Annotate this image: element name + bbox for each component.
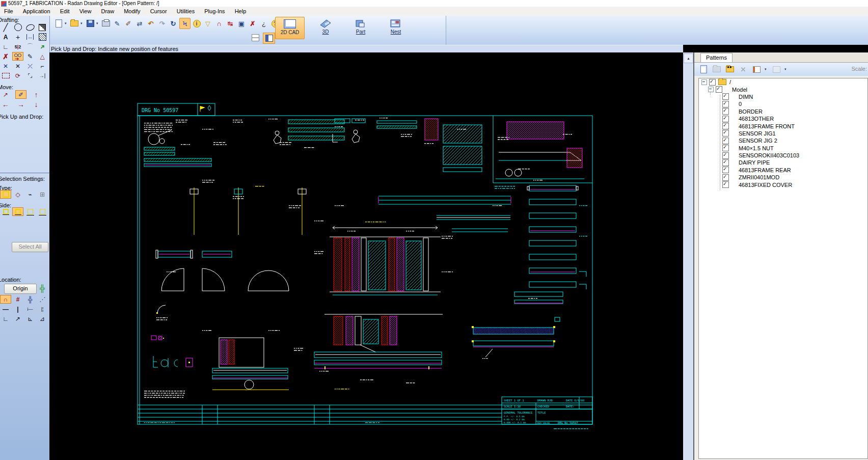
tree-item-zmrii0401mod[interactable]: ZMRII0401MOD: [699, 174, 867, 181]
loc-snap-magnet-icon[interactable]: ∩: [0, 295, 11, 304]
circle-tool-icon[interactable]: [12, 23, 23, 32]
number-tool-icon[interactable]: 5|2: [12, 42, 23, 51]
single-view-toggle[interactable]: [263, 33, 275, 44]
loc-axes-icon[interactable]: ∟: [0, 314, 11, 323]
mode-part-button[interactable]: Part: [346, 17, 375, 38]
open-pattern-icon[interactable]: [712, 64, 722, 74]
tree-item-m40-nut[interactable]: M40×1.5 NUT: [699, 145, 867, 152]
loc-horizontal-icon[interactable]: —: [0, 305, 11, 313]
tree-item-sensorok[interactable]: SENSOROKII403C0103: [699, 152, 867, 159]
info-icon[interactable]: i: [192, 18, 202, 29]
delete-dimension-icon[interactable]: ✗: [248, 18, 258, 29]
find-pattern-icon[interactable]: ●●: [725, 64, 735, 74]
new-icon[interactable]: [53, 18, 64, 29]
side-corner-icon[interactable]: [37, 207, 48, 216]
rotate-icon[interactable]: ↻: [168, 18, 178, 29]
tree-item-0[interactable]: 0: [699, 100, 867, 107]
node-edit-icon[interactable]: Ϟ: [179, 18, 191, 29]
menu-item-plugins[interactable]: Plug-Ins: [200, 7, 229, 16]
tree-item-dairy-pipe[interactable]: DAIRY PIPE: [699, 159, 867, 166]
polygon-tool-icon[interactable]: △: [37, 52, 48, 61]
loc-grid-points-icon[interactable]: ╬: [24, 295, 36, 304]
move-to-line-tool-icon[interactable]: →|: [37, 71, 48, 80]
loc-angle-ref-icon[interactable]: ⊿: [37, 314, 48, 323]
tree-item-border[interactable]: BORDER: [699, 108, 867, 115]
menu-item-file[interactable]: File: [0, 7, 17, 16]
rotate-copy-tool-icon[interactable]: ⟳: [12, 71, 23, 80]
move-down-icon[interactable]: ↓: [31, 100, 42, 109]
patterns-tab[interactable]: Patterns: [700, 53, 733, 62]
save-dropdown-icon[interactable]: ▾: [96, 18, 100, 29]
type-pick-icon[interactable]: [0, 190, 11, 199]
point-tool-icon[interactable]: +: [12, 33, 23, 41]
trim-extend-tool-icon[interactable]: ⤫: [24, 62, 36, 70]
drawing-canvas[interactable]: DRG No 50597 SHEET 1 OF 1 DRAWN RJB DATE…: [49, 52, 683, 460]
trim-tool-icon[interactable]: ✕: [0, 62, 11, 70]
delete-pattern-icon[interactable]: ✕: [738, 64, 748, 74]
origin-target-icon[interactable]: ╬: [37, 284, 48, 292]
undo-icon[interactable]: ↶: [146, 18, 156, 29]
tree-item-46813other[interactable]: 46813OTHER: [699, 115, 867, 122]
root-checkbox[interactable]: [709, 79, 716, 86]
collapse-model-icon[interactable]: [708, 87, 714, 92]
side-on-icon[interactable]: [12, 207, 23, 216]
view-options-2-dropdown-icon[interactable]: ▾: [784, 64, 788, 74]
tree-item-46813fixed-cover[interactable]: 46813FIXED COVER: [699, 181, 867, 188]
split-view-toggle[interactable]: [250, 33, 261, 43]
pen-icon[interactable]: ✎: [112, 18, 122, 29]
select-box-tool-icon[interactable]: ⌜⌟: [24, 71, 36, 80]
tree-root-row[interactable]: /: [699, 78, 867, 86]
new-dropdown-icon[interactable]: ▾: [65, 18, 68, 29]
move-diagonal-icon[interactable]: ↗: [0, 90, 11, 99]
select-all-button[interactable]: Select All: [12, 242, 48, 252]
type-copy-icon[interactable]: ⊞: [37, 190, 48, 199]
text-tool-icon[interactable]: A: [0, 33, 11, 41]
dimension-tool-icon[interactable]: ↔: [24, 33, 36, 41]
new-pattern-icon[interactable]: [698, 64, 709, 74]
view-options-2-icon[interactable]: [771, 64, 781, 74]
stretch-box-tool-icon[interactable]: [0, 71, 11, 80]
menu-item-view[interactable]: View: [75, 7, 96, 16]
loc-angle-arc-icon[interactable]: ⊾: [24, 314, 36, 323]
move-right-icon[interactable]: →: [15, 100, 26, 109]
tree-model-row[interactable]: Model: [699, 86, 867, 93]
loc-mid-horizontal-icon[interactable]: i—: [24, 305, 36, 313]
type-polygon-icon[interactable]: ◇: [12, 190, 23, 199]
tree-item-dimn[interactable]: DIMN: [699, 93, 867, 100]
corner-trim-tool-icon[interactable]: ⌐: [37, 62, 48, 70]
trim-both-tool-icon[interactable]: ✕: [12, 62, 23, 70]
dimension-icon[interactable]: ↹: [225, 18, 235, 29]
tree-item-sensor-jig2[interactable]: SENSOR JIG 2: [699, 137, 867, 144]
delete-tool-icon[interactable]: ✗: [0, 52, 11, 61]
mode-3d-button[interactable]: 3D: [311, 17, 340, 38]
edit-doc-tool-icon[interactable]: ✎: [24, 52, 36, 61]
scroll-up-icon[interactable]: ▲: [684, 53, 693, 63]
filter-icon[interactable]: ▽: [203, 18, 213, 29]
tree-model-label[interactable]: Model: [732, 87, 747, 93]
curve-tool-icon[interactable]: ⌒: [24, 42, 36, 51]
menu-item-utilities[interactable]: Utilities: [173, 7, 199, 16]
tree-item-46813frame-rear[interactable]: 46813FRAME REAR: [699, 167, 867, 174]
origin-button[interactable]: Origin: [4, 284, 37, 294]
move-up-icon[interactable]: ↑: [31, 90, 42, 99]
menu-item-application[interactable]: Application: [19, 7, 55, 16]
ellipse-tool-icon[interactable]: [24, 23, 36, 32]
loc-angle-icon[interactable]: ↗: [12, 314, 23, 323]
mode-2d-cad-button[interactable]: 2D CAD: [275, 17, 305, 39]
side-over-icon[interactable]: [24, 207, 36, 216]
tree-item-sensor-jig1[interactable]: SENSOR JIG1: [699, 130, 867, 137]
side-under-icon[interactable]: [0, 207, 11, 216]
line-tool-icon[interactable]: ╱: [0, 23, 11, 32]
loc-scatter-icon[interactable]: ⋰: [37, 295, 48, 304]
corner-tool-icon[interactable]: [37, 23, 48, 32]
move-left-icon[interactable]: ←: [0, 100, 11, 109]
open-dropdown-icon[interactable]: ▾: [80, 18, 84, 29]
query-icon[interactable]: ¿: [259, 18, 269, 29]
copy-transform-icon[interactable]: ⇄: [134, 18, 145, 29]
view-options-dropdown-icon[interactable]: ▾: [765, 64, 768, 74]
tree-root-label[interactable]: /: [729, 79, 731, 85]
profile-tool-icon[interactable]: ∟: [0, 42, 11, 51]
loc-mid-vertical-icon[interactable]: |¦: [37, 305, 48, 313]
canvas-scrollbar[interactable]: ▲: [683, 52, 693, 460]
collapse-root-icon[interactable]: [701, 79, 707, 85]
